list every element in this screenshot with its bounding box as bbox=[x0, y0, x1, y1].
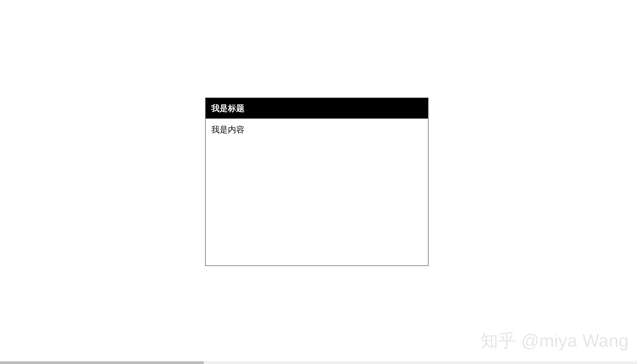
watermark-text: 知乎 @miya Wang bbox=[480, 329, 629, 353]
horizontal-scrollbar-thumb[interactable] bbox=[0, 361, 204, 364]
demo-panel: 我是标题 我是内容 bbox=[205, 98, 429, 266]
panel-content: 我是内容 bbox=[206, 119, 428, 265]
panel-title: 我是标题 bbox=[206, 98, 428, 119]
viewport: 我是标题 我是内容 知乎 @miya Wang bbox=[0, 0, 637, 364]
horizontal-scrollbar[interactable] bbox=[0, 361, 637, 364]
